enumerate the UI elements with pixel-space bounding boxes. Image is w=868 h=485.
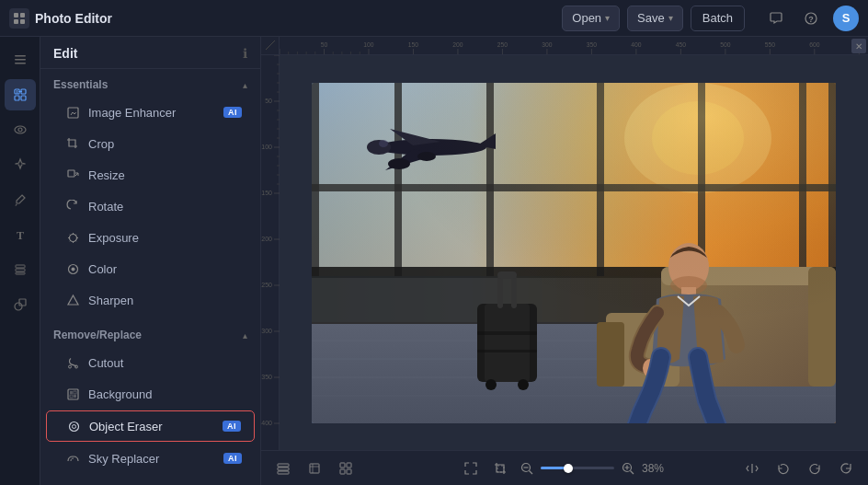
- exposure-icon: [64, 229, 81, 246]
- color-icon: [64, 260, 81, 277]
- sidebar-icon-effects[interactable]: [5, 149, 36, 180]
- object-eraser-icon: [65, 418, 82, 434]
- svg-rect-24: [68, 170, 74, 177]
- crop-view-button[interactable]: [487, 456, 513, 481]
- chat-button[interactable]: [763, 6, 789, 31]
- zoom-slider-track[interactable]: [541, 467, 614, 469]
- left-panel: Edit ℹ Essentials ▴ Image Enhancer AI: [40, 37, 261, 485]
- close-ruler-button[interactable]: ✕: [851, 39, 866, 53]
- menu-item-exposure[interactable]: Exposure: [46, 223, 255, 252]
- svg-rect-18: [16, 265, 25, 268]
- svg-text:350: 350: [587, 41, 597, 48]
- svg-rect-20: [16, 272, 25, 274]
- ruler-marks-top: 50 100 150 200 250 300: [280, 37, 868, 54]
- svg-rect-11: [15, 96, 19, 100]
- user-avatar[interactable]: S: [833, 6, 859, 31]
- panel-header: Edit ℹ: [40, 37, 260, 69]
- zoom-in-button[interactable]: [618, 458, 638, 479]
- menu-item-object-eraser[interactable]: Object Eraser AI: [46, 410, 255, 442]
- svg-text:550: 550: [765, 41, 775, 48]
- menu-item-sharpen[interactable]: Sharpen: [46, 285, 255, 315]
- open-chevron: ▾: [605, 13, 610, 23]
- sidebar-icon-layers[interactable]: [5, 254, 36, 285]
- remove-replace-section-header[interactable]: Remove/Replace ▴: [40, 319, 260, 347]
- svg-text:350: 350: [261, 374, 272, 380]
- cutout-label: Cutout: [88, 356, 242, 370]
- svg-text:250: 250: [261, 282, 272, 288]
- layers-toggle-button[interactable]: [270, 456, 296, 481]
- svg-text:200: 200: [452, 41, 463, 48]
- undo-button[interactable]: [771, 456, 796, 481]
- svg-point-21: [15, 303, 22, 310]
- svg-point-16: [18, 128, 22, 132]
- canvas-area: 50 100 150 200 250 300: [261, 37, 868, 485]
- ruler-corner: [261, 37, 280, 54]
- grid-button[interactable]: [333, 456, 359, 481]
- save-button[interactable]: Save ▾: [627, 6, 683, 31]
- svg-rect-30: [68, 389, 78, 399]
- menu-item-rotate[interactable]: Rotate: [46, 191, 255, 221]
- svg-point-15: [15, 126, 26, 133]
- svg-text:T: T: [17, 229, 24, 242]
- main-layout: T Edit ℹ Essentials ▴: [0, 37, 868, 485]
- menu-item-color[interactable]: Color: [46, 254, 255, 283]
- sidebar-icon-shapes[interactable]: [5, 289, 36, 320]
- background-icon: [64, 386, 81, 402]
- menu-item-cutout[interactable]: Cutout: [46, 348, 255, 377]
- svg-text:?: ?: [808, 15, 814, 24]
- svg-rect-150: [278, 471, 289, 474]
- open-button[interactable]: Open ▾: [562, 6, 620, 31]
- svg-rect-31: [70, 391, 73, 394]
- sky-replacer-icon: [64, 450, 81, 467]
- help-button[interactable]: ?: [798, 6, 824, 31]
- transform-button[interactable]: [302, 456, 327, 481]
- svg-rect-19: [16, 269, 25, 271]
- menu-item-crop[interactable]: Crop: [46, 129, 255, 158]
- sidebar-icon-edit[interactable]: [5, 79, 36, 110]
- color-label: Color: [88, 262, 242, 276]
- menu-item-replace-color[interactable]: Replace Color: [46, 475, 255, 485]
- essentials-section-header[interactable]: Essentials ▴: [40, 69, 260, 97]
- remove-replace-chevron: ▴: [243, 330, 247, 341]
- bottom-toolbar: 38%: [261, 450, 868, 485]
- menu-item-image-enhancer[interactable]: Image Enhancer AI: [46, 98, 255, 127]
- zoom-out-button[interactable]: [517, 458, 537, 479]
- essentials-chevron: ▴: [243, 80, 247, 90]
- icon-sidebar: T: [0, 37, 40, 485]
- svg-rect-8: [15, 63, 26, 64]
- bottom-right-tools: [739, 456, 859, 481]
- topbar: Photo Editor Open ▾ Save ▾ Batch ? S: [0, 0, 868, 37]
- svg-point-35: [69, 421, 78, 431]
- replace-color-icon: [64, 481, 81, 485]
- svg-rect-12: [21, 96, 26, 100]
- menu-item-background[interactable]: Background: [46, 379, 255, 409]
- svg-rect-152: [340, 463, 345, 468]
- svg-text:450: 450: [676, 41, 686, 48]
- sidebar-icon-brush[interactable]: [5, 184, 36, 215]
- image-enhancer-icon: [64, 104, 81, 121]
- svg-text:100: 100: [363, 41, 373, 48]
- svg-rect-151: [310, 464, 319, 473]
- svg-point-28: [68, 365, 71, 368]
- history-button[interactable]: [833, 456, 859, 481]
- app-logo: Photo Editor: [9, 8, 112, 29]
- svg-rect-34: [74, 391, 76, 394]
- redo-button[interactable]: [802, 456, 828, 481]
- sidebar-icon-menu[interactable]: [5, 44, 36, 75]
- canvas-content: [280, 55, 868, 450]
- info-icon[interactable]: ℹ: [243, 46, 247, 61]
- ruler-left: 50 100 150 200 250 300 350: [261, 55, 280, 450]
- svg-rect-147: [312, 83, 836, 423]
- flip-horizontal-button[interactable]: [739, 456, 765, 481]
- zoom-slider-thumb: [564, 464, 573, 473]
- batch-button[interactable]: Batch: [691, 6, 745, 31]
- svg-text:300: 300: [542, 41, 552, 48]
- resize-icon: [64, 167, 81, 183]
- svg-rect-3: [20, 19, 25, 24]
- svg-text:600: 600: [809, 41, 819, 48]
- sidebar-icon-eye[interactable]: [5, 114, 36, 145]
- sidebar-icon-text[interactable]: T: [5, 219, 36, 250]
- menu-item-sky-replacer[interactable]: Sky Replacer AI: [46, 444, 255, 473]
- menu-item-resize[interactable]: Resize: [46, 160, 255, 190]
- fit-screen-button[interactable]: [458, 456, 484, 481]
